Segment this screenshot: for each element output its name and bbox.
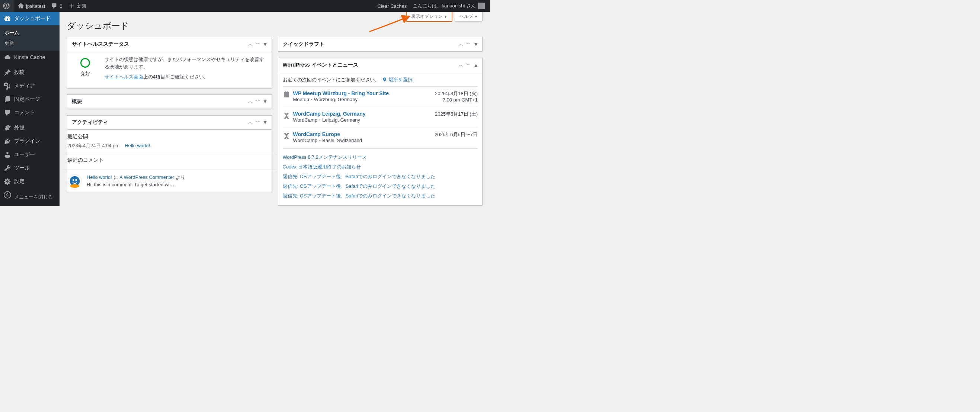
overview-box: 概要 ︿ ﹀ ▼ xyxy=(67,94,272,109)
news-link[interactable]: WordPress 6.7.2メンテナンスリリース xyxy=(283,154,367,160)
comment-post-link[interactable]: Hello world! xyxy=(87,174,112,180)
sidebar-item-appearance[interactable]: 外観 xyxy=(0,121,59,135)
news-link[interactable]: Codex 日本語版運用終了のお知らせ xyxy=(283,164,361,170)
sidebar-item-pages[interactable]: 固定ページ xyxy=(0,93,59,106)
sidebar-item-dashboard[interactable]: ダッシュボード ホーム 更新 xyxy=(0,12,59,51)
page-icon xyxy=(3,95,12,103)
event-link[interactable]: WP Meetup Würzburg - Bring Your Site xyxy=(293,90,389,96)
site-name[interactable]: jpsitetest xyxy=(14,0,48,12)
publish-link[interactable]: Hello world! xyxy=(125,143,150,148)
news-link[interactable]: 返信先: OSアップデート後、Safariでのみログインできなくなりました xyxy=(283,174,436,179)
move-down-icon[interactable]: ﹀ xyxy=(255,118,261,127)
collapse-menu[interactable]: メニューを閉じる xyxy=(0,188,59,203)
collapse-icon xyxy=(3,191,12,198)
svg-point-0 xyxy=(4,192,11,198)
svg-point-5 xyxy=(70,184,80,188)
media-icon xyxy=(3,82,12,90)
location-link[interactable]: 場所を選択 xyxy=(388,77,413,82)
event-row: WordCamp Leipzig, GermanyWordCamp・Leipzi… xyxy=(283,107,478,127)
sidebar-item-kinsta[interactable]: Kinsta Cache xyxy=(0,51,59,64)
move-up-icon[interactable]: ︿ xyxy=(247,97,254,106)
sidebar-item-posts[interactable]: 投稿 xyxy=(0,66,59,79)
overview-title: 概要 xyxy=(67,98,247,105)
settings-icon xyxy=(3,178,12,185)
admin-bar: jpsitetest 0 新規 Clear Caches こんにちは、kanao… xyxy=(0,0,490,12)
collapse-label: メニューを閉じる xyxy=(14,194,53,200)
comment-count: 0 xyxy=(59,3,62,9)
sidebar-item-users[interactable]: ユーザー xyxy=(0,148,59,162)
cloud-icon xyxy=(3,54,12,61)
event-type-icon xyxy=(283,90,293,98)
wp-logo[interactable] xyxy=(0,0,14,12)
triangle-down-icon: ▼ xyxy=(473,15,478,19)
submenu-updates[interactable]: 更新 xyxy=(0,38,59,48)
move-up-icon[interactable]: ︿ xyxy=(458,61,465,69)
comments-link[interactable]: 0 xyxy=(48,0,65,12)
toggle-panel-icon[interactable]: ▼ xyxy=(262,41,269,48)
tool-icon xyxy=(3,164,12,172)
wordpress-icon xyxy=(3,3,10,9)
quick-draft-box: クイックドラフト ︿ ﹀ ▼ xyxy=(278,37,483,52)
comment-avatar xyxy=(67,174,82,189)
comment-author-link[interactable]: A WordPress Commenter xyxy=(119,174,174,180)
site-name-label: jpsitetest xyxy=(26,3,45,9)
move-down-icon[interactable]: ﹀ xyxy=(465,61,472,69)
sidebar-label: ツール xyxy=(14,165,30,171)
greeting-label: こんにちは、kanaonishi さん xyxy=(413,3,476,9)
move-down-icon[interactable]: ﹀ xyxy=(255,97,261,106)
health-followup: サイトヘルス画面上の4項目をご確認ください。 xyxy=(105,73,267,81)
site-health-link[interactable]: サイトヘルス画面 xyxy=(105,74,143,79)
toggle-panel-icon[interactable]: ▲ xyxy=(473,61,479,69)
move-up-icon[interactable]: ︿ xyxy=(247,118,254,127)
help-tab[interactable]: ヘルプ▼ xyxy=(455,12,482,22)
news-item: 返信先: OSアップデート後、Safariでのみログインできなくなりました xyxy=(283,191,478,201)
home-icon xyxy=(18,3,24,9)
svg-rect-7 xyxy=(284,92,289,94)
news-item: 返信先: OSアップデート後、Safariでのみログインできなくなりました xyxy=(283,181,478,191)
screen-options-label: 表示オプション xyxy=(411,14,442,19)
clear-caches[interactable]: Clear Caches xyxy=(374,0,410,12)
move-down-icon[interactable]: ﹀ xyxy=(255,40,261,48)
comment-excerpt: Hi, this is a comment. To get started wi… xyxy=(87,181,185,189)
move-up-icon[interactable]: ︿ xyxy=(247,40,254,48)
news-link[interactable]: 返信先: OSアップデート後、Safariでのみログインできなくなりました xyxy=(283,183,436,189)
move-up-icon[interactable]: ︿ xyxy=(458,40,465,48)
new-content[interactable]: 新規 xyxy=(65,0,90,12)
event-date: 2025年5月17日 (土) xyxy=(435,111,478,117)
event-link[interactable]: WordCamp Leipzig, Germany xyxy=(293,111,366,117)
news-link[interactable]: 返信先: OSアップデート後、Safariでのみログインできなくなりました xyxy=(283,193,436,198)
sidebar-label: Kinsta Cache xyxy=(14,54,45,60)
toggle-panel-icon[interactable]: ▼ xyxy=(262,119,269,126)
toggle-panel-icon[interactable]: ▼ xyxy=(262,98,269,105)
sidebar-item-plugins[interactable]: プラグイン xyxy=(0,135,59,148)
clear-caches-label: Clear Caches xyxy=(377,3,407,9)
triangle-down-icon: ▼ xyxy=(442,15,447,19)
sidebar-label: 投稿 xyxy=(14,69,25,76)
event-meta: WordCamp・Leipzig, Germany xyxy=(293,117,435,124)
location-icon xyxy=(382,77,389,82)
submenu-home[interactable]: ホーム xyxy=(0,27,59,38)
sidebar-label: メディア xyxy=(14,82,35,89)
sidebar-item-tools[interactable]: ツール xyxy=(0,162,59,175)
news-item: 返信先: OSアップデート後、Safariでのみログインできなくなりました xyxy=(283,172,478,181)
pin-icon xyxy=(3,69,12,76)
svg-point-4 xyxy=(75,179,77,181)
news-item: WordPress 6.7.2メンテナンスリリース xyxy=(283,152,478,162)
my-account[interactable]: こんにちは、kanaonishi さん xyxy=(410,0,488,12)
event-date: 2025年6月5日〜7日 xyxy=(434,131,478,138)
move-down-icon[interactable]: ﹀ xyxy=(465,40,472,48)
help-label: ヘルプ xyxy=(460,14,473,19)
news-item: Codex 日本語版運用終了のお知らせ xyxy=(283,162,478,172)
screen-options-tab[interactable]: 表示オプション▼ xyxy=(406,12,452,22)
health-circle-icon xyxy=(80,58,90,68)
sidebar-item-media[interactable]: メディア xyxy=(0,79,59,93)
sidebar-item-settings[interactable]: 設定 xyxy=(0,175,59,188)
svg-point-3 xyxy=(73,179,75,181)
health-description: サイトの状態は健康ですが、まだパフォーマンスやセキュリティを改善する余地がありま… xyxy=(105,56,267,70)
event-link[interactable]: WordCamp Europe xyxy=(293,131,340,137)
sidebar-label: プラグイン xyxy=(14,138,40,145)
toggle-panel-icon[interactable]: ▼ xyxy=(473,41,479,48)
sidebar-item-comments[interactable]: コメント xyxy=(0,106,59,119)
events-box: WordPress イベントとニュース ︿ ﹀ ▲ お近くの次回のイベントにご参… xyxy=(278,58,483,206)
publish-date: 2023年4月24日 4:04 pm xyxy=(67,143,119,149)
